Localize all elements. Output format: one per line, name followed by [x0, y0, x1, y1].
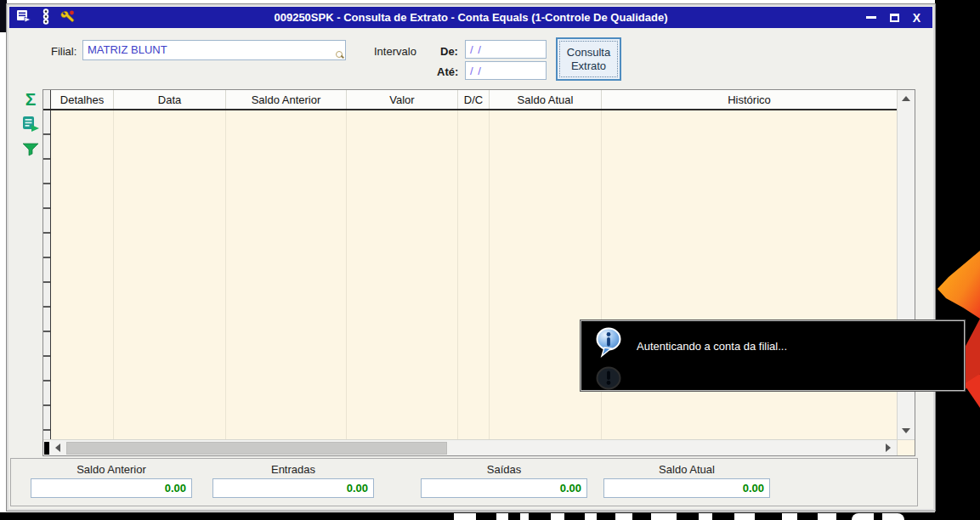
date-from-input[interactable]: / / [465, 40, 547, 59]
screen: 009250SPK - Consulta de Extrato - Conta … [0, 0, 980, 520]
saidas-label: Saídas [421, 463, 587, 476]
scroll-left-button[interactable] [49, 440, 66, 455]
col-header-saldo-anterior[interactable]: Saldo Anterior [226, 90, 347, 109]
desktop-background-top-left [0, 0, 7, 32]
saldo-anterior-total: 0.00 [31, 478, 192, 498]
scroll-right-button[interactable] [880, 440, 897, 455]
saidas-total: 0.00 [421, 478, 587, 498]
sum-totals-icon[interactable]: Σ [20, 88, 42, 110]
col-header-historico[interactable]: Histórico [602, 90, 897, 109]
saldo-anterior-label: Saldo Anterior [31, 463, 192, 476]
date-from-value: / / [470, 43, 482, 56]
filial-label: Filial: [51, 45, 76, 58]
ate-label: Até: [437, 65, 458, 78]
popup-message: Autenticando a conta da filial... [637, 340, 787, 353]
minimize-button[interactable] [866, 16, 876, 19]
titlebar[interactable]: 009250SPK - Consulta de Extrato - Conta … [9, 7, 932, 28]
grid-col-saldo-anterior [226, 110, 347, 439]
date-to-value: / / [470, 65, 482, 77]
grid-col-dc [458, 110, 490, 439]
export-report-icon[interactable] [20, 113, 42, 135]
row-header-strip [43, 110, 51, 439]
entradas-total: 0.00 [212, 478, 374, 498]
form-icon[interactable] [16, 9, 31, 25]
window-title: 009250SPK - Consulta de Extrato - Conta … [9, 11, 932, 24]
chevron-left-icon [55, 444, 60, 452]
saldo-atual-total: 0.00 [603, 478, 770, 498]
button-focus-rect [559, 41, 618, 77]
traffic-light-icon[interactable] [40, 8, 52, 27]
grid-col-data [114, 110, 226, 439]
grid-col-detalhes [51, 110, 114, 439]
intervalo-label: Intervalo [374, 45, 416, 58]
app-window: 009250SPK - Consulta de Extrato - Conta … [7, 4, 935, 511]
horizontal-scrollbar[interactable] [43, 439, 915, 455]
consulta-extrato-button[interactable]: Consulta Extrato [556, 37, 621, 81]
col-header-dc[interactable]: D/C [458, 90, 490, 109]
row-header-corner [43, 90, 51, 109]
de-label: De: [440, 45, 458, 58]
grid-header-row: Detalhes Data Saldo Anterior Valor D/C S… [43, 90, 897, 110]
wrench-icon[interactable] [60, 9, 76, 26]
info-icon [595, 327, 624, 360]
maximize-button[interactable] [890, 14, 899, 22]
col-header-valor[interactable]: Valor [347, 90, 458, 109]
col-header-data[interactable]: Data [114, 90, 226, 109]
saldo-atual-label: Saldo Atual [603, 463, 770, 476]
extrato-grid[interactable]: Detalhes Data Saldo Anterior Valor D/C S… [42, 89, 915, 456]
hscroll-thumb[interactable] [66, 442, 447, 455]
date-to-input[interactable]: / / [465, 61, 547, 80]
filter-icon[interactable] [20, 138, 42, 161]
hscroll-track[interactable] [43, 440, 897, 455]
chevron-down-icon [902, 428, 910, 433]
info-icon-reflection [595, 357, 624, 390]
search-lookup-icon[interactable] [336, 51, 343, 59]
scroll-down-button[interactable] [898, 422, 915, 439]
scroll-up-button[interactable] [898, 90, 915, 107]
col-header-saldo-atual[interactable]: Saldo Atual [490, 90, 602, 109]
wallpaper-logo-fragments [0, 513, 980, 520]
chevron-right-icon [886, 444, 891, 452]
sigma-glyph: Σ [25, 90, 37, 108]
totals-groupbox: Saldo Anterior 0.00 Entradas 0.00 Saídas… [10, 458, 918, 506]
status-popup: Autenticando a conta da filial... [581, 320, 965, 391]
col-header-detalhes[interactable]: Detalhes [51, 90, 114, 109]
filial-value: MATRIZ BLUNT [88, 43, 167, 56]
chevron-up-icon [902, 96, 910, 101]
close-button[interactable]: x [913, 12, 921, 24]
grid-col-valor [347, 110, 458, 439]
scrollbar-corner [897, 440, 915, 455]
filial-input[interactable]: MATRIZ BLUNT [82, 40, 346, 60]
entradas-label: Entradas [212, 463, 374, 476]
